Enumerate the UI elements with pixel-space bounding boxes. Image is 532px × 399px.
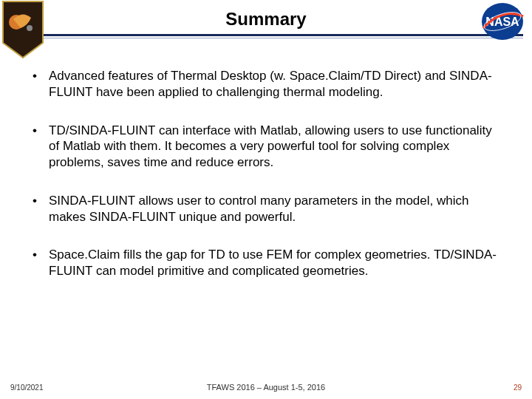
svg-point-2	[27, 25, 33, 31]
bullet-mark: •	[30, 68, 49, 100]
slide-title: Summary	[0, 0, 532, 34]
bullet-text: TD/SINDA-FLUINT can interface with Matla…	[49, 123, 502, 171]
bullet-text: Space.Claim fills the gap for TD to use …	[49, 247, 502, 279]
bullet-text: SINDA-FLUINT allows user to control many…	[49, 193, 502, 225]
slide-footer: 9/10/2021 TFAWS 2016 – August 1-5, 2016 …	[0, 383, 532, 392]
header-rule-dark	[9, 34, 523, 36]
bullet-item: • Space.Claim fills the gap for TD to us…	[30, 247, 502, 279]
footer-page-number: 29	[514, 383, 522, 392]
bullet-item: • SINDA-FLUINT allows user to control ma…	[30, 193, 502, 225]
bullet-item: • TD/SINDA-FLUINT can interface with Mat…	[30, 123, 502, 171]
bullet-text: Advanced features of Thermal Desktop (w.…	[49, 68, 502, 100]
header-rule-light	[9, 38, 523, 38]
nasa-logo: NASA	[479, 1, 526, 41]
bullet-mark: •	[30, 193, 49, 225]
slide-content: • Advanced features of Thermal Desktop (…	[0, 47, 532, 279]
mission-logo	[0, 0, 46, 59]
bullet-mark: •	[30, 247, 49, 279]
slide-header: Summary	[0, 0, 532, 47]
svg-marker-0	[3, 1, 43, 58]
footer-conference: TFAWS 2016 – August 1-5, 2016	[0, 383, 532, 392]
bullet-item: • Advanced features of Thermal Desktop (…	[30, 68, 502, 100]
footer-date: 9/10/2021	[10, 383, 44, 392]
bullet-mark: •	[30, 123, 49, 171]
